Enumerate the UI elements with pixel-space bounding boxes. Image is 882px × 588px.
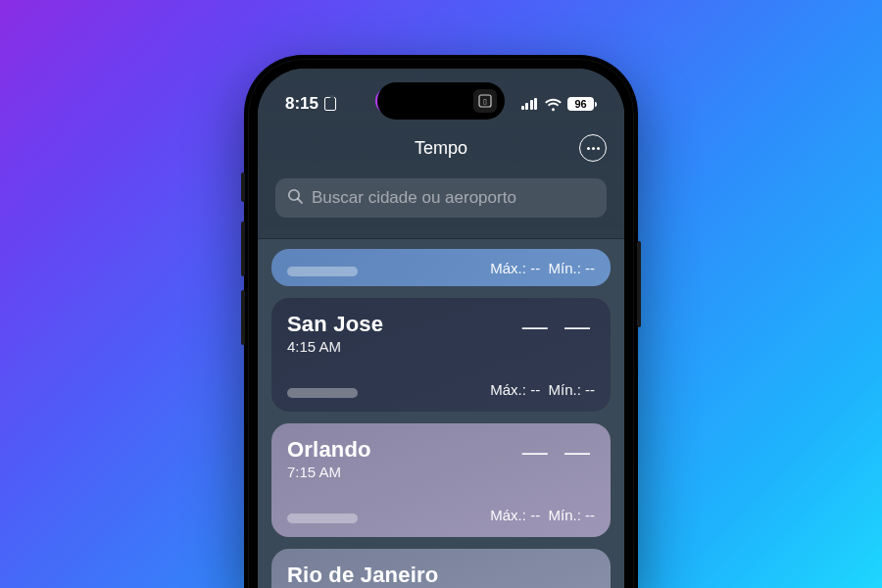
high-low-text: Máx.: -- Mín.: --: [490, 260, 595, 276]
weather-card[interactable]: San Jose 4:15 AM — — Máx.: -- Mín.: --: [271, 298, 611, 412]
status-time: 8:15: [285, 94, 318, 114]
battery-level: 96: [574, 98, 586, 110]
phone-side-button: [241, 172, 245, 202]
city-list[interactable]: Máx.: -- Mín.: -- San Jose 4:15 AM — — M…: [258, 239, 624, 588]
condition-placeholder: [287, 514, 358, 523]
search-input[interactable]: [312, 188, 595, 208]
status-left: 8:15: [285, 94, 336, 114]
more-options-button[interactable]: [579, 134, 607, 162]
svg-text:▯: ▯: [483, 98, 487, 105]
phone-side-button: [241, 221, 245, 276]
status-right: 96: [521, 97, 598, 111]
battery-indicator: 96: [567, 97, 597, 111]
search-icon: [287, 188, 304, 209]
city-time: 4:15 AM: [287, 338, 383, 355]
phone-side-button: [241, 290, 245, 345]
temperature-placeholder: — —: [522, 312, 595, 342]
city-name: Orlando: [287, 437, 371, 463]
condition-placeholder: [287, 388, 358, 398]
high-low-text: Máx.: -- Mín.: --: [490, 507, 595, 523]
svg-line-3: [298, 199, 302, 203]
weather-card[interactable]: Rio de Janeiro 8:15 AM: [271, 549, 611, 588]
wifi-icon: [544, 98, 561, 111]
dynamic-island[interactable]: ▯: [377, 82, 505, 120]
weather-card[interactable]: Orlando 7:15 AM — — Máx.: -- Mín.: --: [271, 423, 611, 537]
city-time: 7:15 AM: [287, 464, 371, 480]
phone-frame: 8:15 96 ▯: [244, 55, 638, 588]
city-name: San Jose: [287, 312, 383, 337]
search-bar[interactable]: [275, 178, 607, 218]
app-title: Tempo: [415, 138, 467, 159]
ellipsis-icon: [587, 147, 600, 150]
dual-signal-icon: [521, 98, 538, 110]
phone-screen: 8:15 96 ▯: [258, 69, 624, 588]
phone-side-button: [637, 241, 641, 327]
weather-card[interactable]: Máx.: -- Mín.: --: [271, 249, 611, 286]
city-name: Rio de Janeiro: [287, 563, 438, 588]
temperature-placeholder: — —: [522, 437, 595, 467]
island-widget-icon: ▯: [473, 89, 497, 113]
sim-icon: [324, 97, 336, 111]
condition-placeholder: [287, 267, 358, 276]
high-low-text: Máx.: -- Mín.: --: [490, 381, 595, 398]
